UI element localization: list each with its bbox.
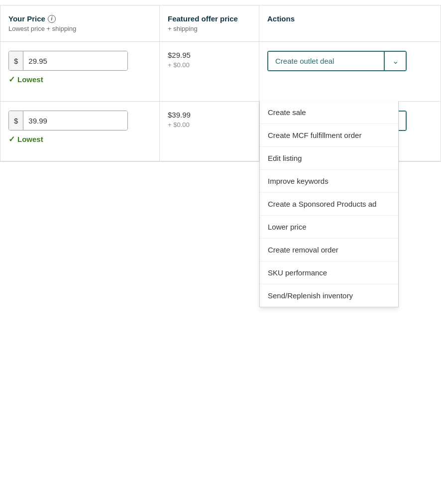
currency-symbol-2: $ [9,111,23,130]
dropdown-item-edit-listing[interactable]: Edit listing [260,147,398,170]
your-price-header: Your Price i Lowest price + shipping [0,5,160,41]
dropdown-item-create-mcf[interactable]: Create MCF fulfillment order [260,124,398,147]
dropdown-item-removal-order[interactable]: Create removal order [260,239,398,261]
lowest-label-2: Lowest [17,135,43,143]
lowest-badge-2: ✓ Lowest [8,134,151,144]
dropdown-item-send-replenish[interactable]: Send/Replenish inventory [260,284,398,307]
actions-chevron-button-1[interactable]: ⌄ [384,52,406,70]
featured-price-main-1: $29.95 [168,51,251,59]
dropdown-menu-1: Create sale Create MCF fulfillment order… [259,101,399,307]
featured-offer-title: Featured offer price [168,14,238,23]
your-price-title: Your Price [8,14,45,23]
featured-price-shipping-1: + $0.00 [168,61,251,69]
table-row: $ ✓ Lowest $29.95 + $0.00 Create outlet … [0,42,441,102]
dropdown-item-sku-performance[interactable]: SKU performance [260,261,398,284]
dropdown-item-lower-price[interactable]: Lower price [260,216,398,239]
your-price-subtitle: Lowest price + shipping [8,25,151,32]
dropdown-item-sponsored-products[interactable]: Create a Sponsored Products ad [260,193,398,216]
dropdown-item-create-sale[interactable]: Create sale [260,101,398,124]
info-icon[interactable]: i [48,15,56,23]
check-icon-1: ✓ [8,75,15,84]
table-header: Your Price i Lowest price + shipping Fea… [0,5,441,42]
price-input-wrapper-1: $ [8,51,128,71]
lowest-badge-1: ✓ Lowest [8,75,151,84]
lowest-label-1: Lowest [17,75,43,84]
pricing-table: Your Price i Lowest price + shipping Fea… [0,5,441,162]
featured-offer-cell-1: $29.95 + $0.00 [160,42,259,101]
actions-title: Actions [267,14,295,23]
featured-price-main-2: $39.99 [168,111,251,119]
actions-cell-1: Create outlet deal ⌄ Create sale Create … [259,42,441,101]
price-input-1[interactable] [23,51,127,70]
actions-button-group-1: Create outlet deal ⌄ [267,51,407,71]
currency-symbol-1: $ [9,51,23,70]
create-outlet-deal-button-1[interactable]: Create outlet deal [268,52,384,70]
price-input-wrapper-2: $ [8,111,128,130]
check-icon-2: ✓ [8,134,15,144]
featured-price-shipping-2: + $0.00 [168,121,251,128]
price-input-2[interactable] [23,111,127,130]
your-price-cell-1: $ ✓ Lowest [0,42,160,101]
featured-offer-cell-2: $39.99 + $0.00 [160,102,259,161]
featured-offer-subtitle: + shipping [168,25,251,32]
your-price-cell-2: $ ✓ Lowest [0,102,160,161]
featured-offer-header: Featured offer price + shipping [160,5,259,41]
actions-header: Actions [259,5,441,41]
dropdown-item-improve-keywords[interactable]: Improve keywords [260,170,398,193]
